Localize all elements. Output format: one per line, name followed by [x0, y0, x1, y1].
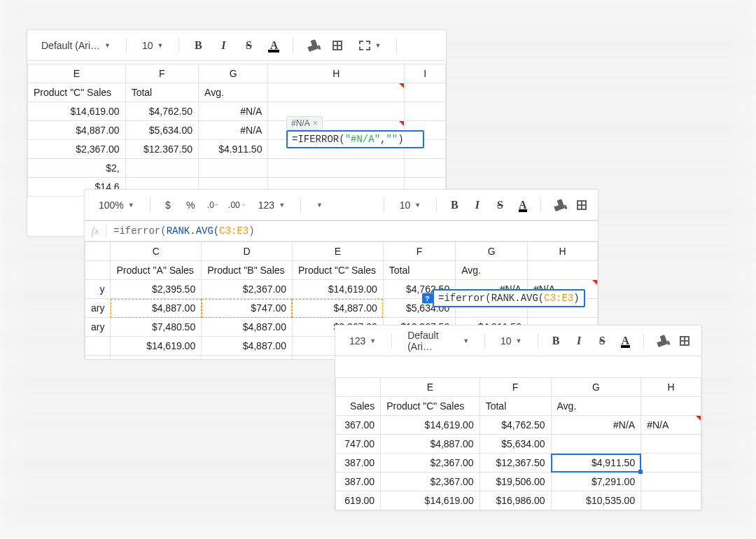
italic-button[interactable]: I	[470, 196, 486, 214]
merge-cells-button[interactable]: ▼	[354, 36, 386, 55]
cell[interactable]: 387.00	[336, 472, 381, 491]
cell[interactable]	[527, 261, 597, 280]
zoom-picker[interactable]: 100% ▼	[93, 195, 140, 215]
cell[interactable]: $12.367.50	[125, 140, 198, 159]
column-header[interactable]	[336, 378, 381, 397]
cell[interactable]: $10,535.00	[551, 491, 641, 510]
column-header[interactable]: I	[405, 64, 446, 83]
cell[interactable]: $14,619.00	[111, 337, 202, 356]
cell[interactable]: $19,506.00	[479, 472, 551, 491]
cell[interactable]: $2,367.00	[381, 454, 480, 472]
row-label[interactable]	[85, 337, 111, 356]
sheet-header[interactable]: Product "C" Sales	[381, 397, 480, 416]
cell[interactable]: $2,367.00	[381, 472, 480, 491]
sheet-header[interactable]: Product "A" Sales	[111, 261, 202, 280]
column-header[interactable]: F	[125, 64, 198, 83]
cell[interactable]: $4,887.00	[381, 435, 480, 454]
borders-button[interactable]	[677, 332, 693, 350]
row-label[interactable]: ary	[85, 299, 111, 318]
currency-button[interactable]: $	[160, 196, 176, 214]
cell[interactable]: $2,367.00	[111, 356, 202, 360]
column-header[interactable]: G	[456, 242, 528, 261]
formula-bar-text[interactable]: =iferror(RANK.AVG(C3:E3)	[106, 225, 262, 237]
column-header[interactable]: C	[111, 242, 202, 261]
column-header[interactable]: G	[551, 378, 641, 397]
row-label[interactable]: y	[85, 280, 111, 299]
cell[interactable]: $4,887.00	[28, 121, 126, 140]
cell[interactable]: $2,395.50	[111, 280, 202, 299]
sheet-header[interactable]: Product "B" Sales	[202, 261, 293, 280]
font-picker[interactable]: Default (Ari… ▼	[36, 36, 116, 55]
cell[interactable]: $4.911.50	[199, 140, 268, 159]
row-label[interactable]	[85, 356, 111, 360]
cell-selected[interactable]: $4,911.50	[551, 454, 641, 472]
cell[interactable]: $7,291.00	[551, 472, 641, 491]
increase-decimal-button[interactable]: .00→	[228, 196, 246, 214]
cell[interactable]	[268, 83, 405, 102]
sheet-header[interactable]: Total	[125, 83, 198, 102]
cell[interactable]: $14,619.00	[28, 102, 126, 121]
sheet-header[interactable]: Avg.	[551, 397, 641, 416]
cell[interactable]	[641, 472, 701, 491]
cell[interactable]: 367.00	[336, 416, 381, 435]
cell[interactable]: $12,367.50	[479, 454, 551, 472]
column-header[interactable]: F	[383, 242, 455, 261]
cell-error[interactable]: #N/A	[199, 102, 268, 121]
cell[interactable]	[268, 159, 405, 178]
sheet-header[interactable]: Avg.	[456, 261, 528, 280]
cell[interactable]: $2,	[28, 159, 126, 178]
cell[interactable]	[641, 454, 701, 472]
font-size-picker[interactable]: 10 ▼	[136, 36, 169, 55]
cell-selected-range[interactable]: $747.00	[202, 299, 293, 318]
cell-error[interactable]: #N/A	[641, 416, 701, 435]
text-color-button[interactable]: A	[515, 196, 531, 214]
cell[interactable]: $14,619.00	[292, 280, 383, 299]
borders-button[interactable]	[574, 196, 590, 214]
column-header[interactable]: H	[641, 378, 701, 397]
decrease-decimal-button[interactable]: .0←	[206, 196, 222, 214]
italic-button[interactable]: I	[214, 36, 232, 55]
cell[interactable]: $2,367.00	[28, 140, 126, 159]
cell[interactable]: $16,986.00	[479, 491, 551, 510]
cell[interactable]: $7,480.50	[111, 318, 202, 337]
cell[interactable]: $4,887.00	[202, 318, 293, 337]
borders-button[interactable]	[328, 36, 346, 55]
column-header[interactable]: G	[199, 64, 268, 83]
text-color-button[interactable]: A	[617, 332, 634, 350]
fill-color-button[interactable]	[551, 196, 567, 214]
column-header[interactable]: E	[28, 64, 126, 83]
sheet-header[interactable]: Total	[383, 261, 455, 280]
cell[interactable]	[641, 435, 701, 454]
row-corner[interactable]	[85, 242, 111, 261]
cell[interactable]	[85, 261, 111, 280]
sheet-header[interactable]: Total	[479, 397, 551, 416]
cell[interactable]	[641, 397, 701, 416]
cell-error[interactable]: #N/A	[551, 416, 641, 435]
fill-color-button[interactable]	[303, 36, 321, 55]
text-color-button[interactable]: A	[265, 36, 283, 55]
sheet-header[interactable]: Product "C" Sales	[28, 83, 126, 102]
font-picker[interactable]: Default (Ari… ▼	[402, 331, 475, 351]
strikethrough-button[interactable]: S	[492, 196, 508, 214]
column-header[interactable]: E	[381, 378, 480, 397]
cell[interactable]	[405, 102, 446, 121]
cell[interactable]: $5,634.00	[479, 435, 551, 454]
bold-button[interactable]: B	[547, 332, 564, 350]
bold-button[interactable]: B	[189, 36, 207, 55]
cell[interactable]: $4,762.50	[125, 102, 198, 121]
percent-button[interactable]: %	[183, 196, 199, 214]
cell[interactable]	[551, 435, 641, 454]
cell-error[interactable]: #N/A	[199, 121, 268, 140]
column-header[interactable]: F	[479, 378, 551, 397]
cell[interactable]: $5,634.00	[125, 121, 198, 140]
italic-button[interactable]: I	[571, 332, 587, 350]
cell-formula-editor[interactable]: ? =iferror(RANK.AVG(C3:E3)	[433, 289, 585, 307]
column-header[interactable]: H	[268, 64, 405, 83]
cell[interactable]: 619.00	[336, 491, 381, 510]
sheet-header[interactable]: Sales	[336, 397, 381, 416]
close-icon[interactable]: ×	[313, 118, 318, 128]
formula-bar[interactable]: fx =iferror(RANK.AVG(C3:E3)	[85, 220, 598, 241]
grid-panel-3[interactable]: E F G H Sales Product "C" Sales Total Av…	[335, 377, 701, 510]
cell[interactable]: $14,619.00	[202, 356, 293, 360]
strikethrough-button[interactable]: S	[239, 36, 258, 55]
